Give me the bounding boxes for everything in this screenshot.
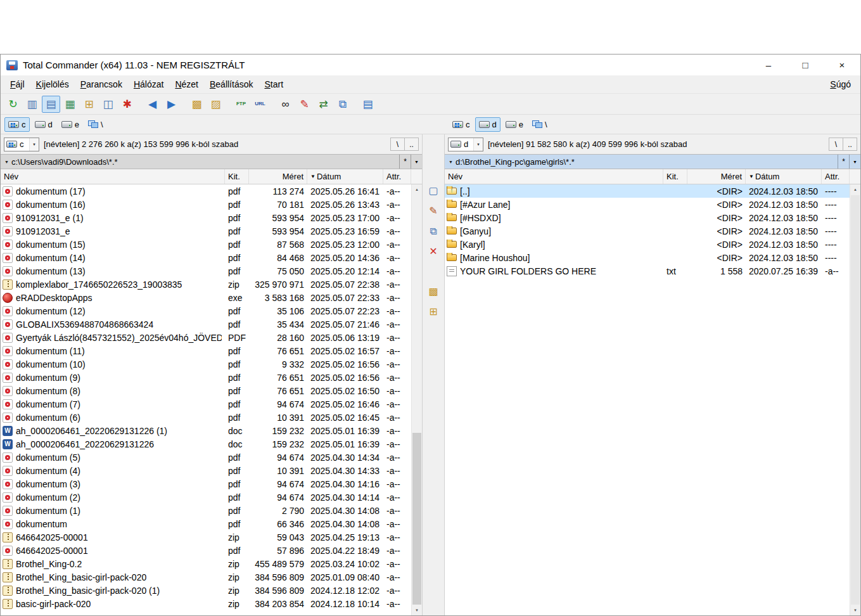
- favorites-button[interactable]: *: [399, 155, 411, 169]
- file-row[interactable]: dokumentum (9)pdf76 6512025.05.02 16:56-…: [1, 371, 411, 384]
- ftp-url-button[interactable]: URL: [251, 96, 269, 113]
- file-row[interactable]: dokumentum (17)pdf113 2742025.05.26 16:4…: [1, 184, 411, 198]
- history-button[interactable]: ▼: [849, 155, 860, 169]
- pack-files-button[interactable]: ▩: [188, 96, 206, 113]
- column-header-name[interactable]: Név: [445, 169, 663, 184]
- drive-button-c[interactable]: c: [449, 117, 474, 132]
- minimize-button[interactable]: –: [750, 55, 787, 75]
- column-header-ext[interactable]: Kit.: [663, 169, 687, 184]
- file-row[interactable]: Gyertyák László(8457321552)_2025év04hó_J…: [1, 331, 411, 344]
- file-row[interactable]: dokumentum (5)pdf94 6742025.04.30 14:34-…: [1, 451, 411, 464]
- column-header-attr[interactable]: Attr.: [822, 169, 850, 184]
- menu-item-n-zet[interactable]: Nézet: [169, 76, 204, 93]
- file-row[interactable]: eRADDesktopAppsexe3 583 1682025.05.07 22…: [1, 291, 411, 304]
- file-row[interactable]: dokumentum (16)pdf70 1812025.05.26 13:43…: [1, 198, 411, 211]
- file-row[interactable]: dokumentum (15)pdf87 5682025.05.23 12:00…: [1, 238, 411, 251]
- scroll-down-button[interactable]: ▼: [412, 605, 422, 615]
- file-row[interactable]: dokumentum (2)pdf94 6742025.04.30 14:14-…: [1, 491, 411, 504]
- drive-button-c[interactable]: c: [4, 117, 30, 132]
- file-row[interactable]: komplexlabor_1746650226523_19003835zip32…: [1, 278, 411, 291]
- column-header-date[interactable]: ▼Dátum: [307, 169, 383, 184]
- maximize-button[interactable]: □: [787, 55, 824, 75]
- left-scrollbar[interactable]: ▲ ▼: [411, 184, 422, 615]
- file-row[interactable]: dokumentum (4)pdf10 3912025.04.30 14:33-…: [1, 464, 411, 477]
- file-row[interactable]: 910912031_epdf593 9542025.05.23 16:59-a-…: [1, 224, 411, 238]
- right-drive-combo[interactable]: d ▾: [448, 138, 483, 151]
- file-row[interactable]: dokumentum (7)pdf94 6742025.05.02 16:46-…: [1, 397, 411, 411]
- quick-view-button[interactable]: ◫: [99, 96, 117, 113]
- file-row[interactable]: basic-girl-pack-020zip384 203 8542024.12…: [1, 597, 411, 610]
- file-row[interactable]: ah_0000206461_20220629131226doc159 23220…: [1, 437, 411, 451]
- column-header-size[interactable]: Méret: [687, 169, 746, 184]
- scrollbar-track[interactable]: [412, 195, 422, 605]
- file-row[interactable]: 646642025-00001zip59 0432025.04.25 19:13…: [1, 530, 411, 544]
- brief-list-view-button[interactable]: ▥: [23, 96, 41, 113]
- file-row[interactable]: 646642025-00001pdf57 8962025.04.22 18:49…: [1, 544, 411, 557]
- menu-item-h-l-zat[interactable]: Hálózat: [128, 76, 169, 93]
- scroll-up-button[interactable]: ▲: [850, 184, 860, 195]
- path-menu-icon[interactable]: ▼: [449, 160, 453, 164]
- scroll-down-button[interactable]: ▼: [850, 605, 860, 615]
- column-header-size[interactable]: Méret: [249, 169, 307, 184]
- edit-file-button[interactable]: ✎: [425, 203, 442, 219]
- root-dir-button[interactable]: \: [390, 138, 405, 151]
- right-path-bar[interactable]: ▼ d:\Brothel_King-pc\game\girls\*.* * ▼: [445, 154, 860, 169]
- menu-item-kijel-l-s[interactable]: Kijelölés: [30, 76, 75, 93]
- column-header-ext[interactable]: Kit.: [225, 169, 249, 184]
- file-row[interactable]: ah_0000206461_20220629131226 (1)doc159 2…: [1, 424, 411, 437]
- ftp-connect-button[interactable]: FTP: [232, 96, 250, 113]
- scrollbar-track[interactable]: [850, 195, 860, 605]
- refresh-button[interactable]: ↻: [4, 96, 22, 113]
- drive-button-e[interactable]: e: [502, 117, 527, 132]
- file-row[interactable]: dokumentum (3)pdf94 6742025.04.30 14:16-…: [1, 477, 411, 491]
- file-row[interactable]: Brothel_King-0.2zip455 489 5792025.03.24…: [1, 557, 411, 570]
- column-header-attr[interactable]: Attr.: [383, 169, 411, 184]
- file-row[interactable]: Brothel_King_basic-girl-pack-020 (1)zip3…: [1, 584, 411, 597]
- unpack-files-button[interactable]: ▨: [207, 96, 225, 113]
- file-row[interactable]: [Karyl]<DIR>2024.12.03 18:50----: [445, 238, 850, 251]
- file-row[interactable]: dokumentum (10)pdf9 3322025.05.02 16:56-…: [1, 357, 411, 371]
- file-row[interactable]: dokumentum (13)pdf75 0502025.05.20 12:14…: [1, 264, 411, 278]
- scroll-up-button[interactable]: ▲: [412, 184, 422, 195]
- back-button[interactable]: ◀: [143, 96, 162, 113]
- scrollbar-thumb[interactable]: [412, 433, 421, 605]
- column-header-date[interactable]: ▼Dátum: [746, 169, 822, 184]
- menu-item-f-jl[interactable]: Fájl: [4, 76, 30, 93]
- scrollbar-thumb[interactable]: [851, 195, 860, 605]
- full-list-view-button[interactable]: ▤: [42, 96, 60, 113]
- path-menu-icon[interactable]: ▼: [4, 160, 9, 164]
- file-row[interactable]: YOUR GIRL FOLDERS GO HEREtxt1 5582020.07…: [445, 264, 850, 278]
- drive-button-d[interactable]: d: [31, 117, 56, 132]
- file-row[interactable]: 910912031_e (1)pdf593 9542025.05.23 17:0…: [1, 211, 411, 224]
- file-row[interactable]: dokumentum (12)pdf35 1062025.05.07 22:23…: [1, 304, 411, 318]
- show-all-files-button[interactable]: ✱: [118, 96, 136, 113]
- new-folder-button[interactable]: ⊞: [425, 304, 442, 319]
- file-row[interactable]: [Ganyu]<DIR>2024.12.03 18:50----: [445, 224, 850, 238]
- favorites-button[interactable]: *: [838, 155, 849, 169]
- network-button[interactable]: ⧉: [333, 96, 352, 113]
- file-row[interactable]: dokumentum (11)pdf76 6512025.05.02 16:57…: [1, 344, 411, 357]
- file-row[interactable]: dokumentum (1)pdf2 7902025.04.30 14:08-a…: [1, 504, 411, 517]
- close-button[interactable]: ×: [824, 55, 860, 75]
- file-row[interactable]: [Marine Houshou]<DIR>2024.12.03 18:50---…: [445, 251, 850, 264]
- network-drive-button[interactable]: \: [528, 117, 551, 132]
- pack-files-button[interactable]: ▩: [425, 283, 442, 299]
- delete-files-button[interactable]: ✕: [425, 243, 442, 259]
- multi-rename-button[interactable]: ✎: [295, 96, 314, 113]
- copy-files-button[interactable]: ⧉: [425, 223, 442, 239]
- file-row[interactable]: Brothel_King_basic-girl-pack-020zip384 5…: [1, 570, 411, 584]
- parent-dir-button[interactable]: ..: [843, 138, 857, 151]
- file-row[interactable]: [#HSDXD]<DIR>2024.12.03 18:50----: [445, 211, 850, 224]
- parent-dir-button[interactable]: ..: [404, 138, 419, 151]
- menu-item-parancsok[interactable]: Parancsok: [75, 76, 128, 93]
- file-row[interactable]: dokumentum (14)pdf84 4682025.05.20 14:36…: [1, 251, 411, 264]
- file-row[interactable]: GLOBALIX5369488704868663424pdf35 4342025…: [1, 318, 411, 331]
- notes-button[interactable]: ▤: [359, 96, 377, 113]
- file-row[interactable]: [..]<DIR>2024.12.03 18:50----: [445, 184, 850, 198]
- right-scrollbar[interactable]: ▲ ▼: [850, 184, 860, 615]
- search-button[interactable]: ∞: [276, 96, 295, 113]
- file-row[interactable]: dokumentum (6)pdf10 3912025.05.02 16:45-…: [1, 411, 411, 424]
- drive-button-e[interactable]: e: [58, 117, 83, 132]
- column-header-name[interactable]: Név: [1, 169, 225, 184]
- forward-button[interactable]: ▶: [162, 96, 181, 113]
